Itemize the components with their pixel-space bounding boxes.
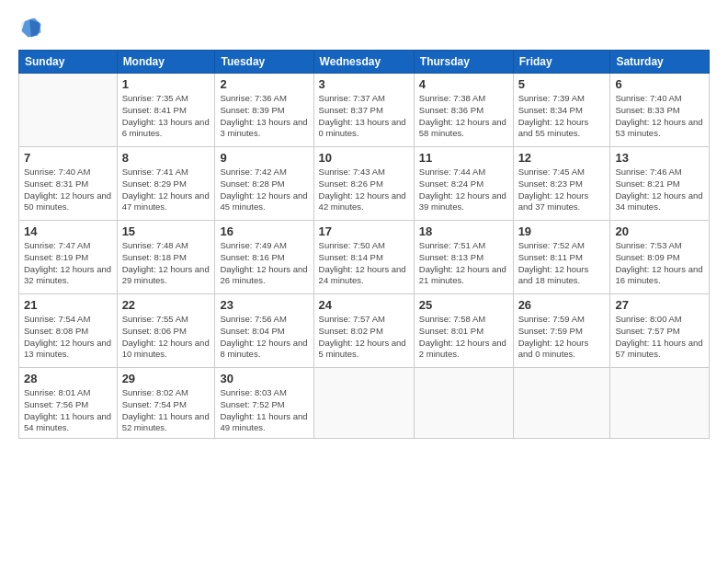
day-info: Sunrise: 7:54 AMSunset: 8:08 PMDaylight:… <box>24 314 112 361</box>
day-info: Sunrise: 8:01 AMSunset: 7:56 PMDaylight:… <box>24 387 112 434</box>
sunrise-text: Sunrise: 7:58 AM <box>419 314 485 324</box>
day-info: Sunrise: 7:56 AMSunset: 8:04 PMDaylight:… <box>220 314 308 361</box>
sunrise-text: Sunrise: 7:56 AM <box>220 314 286 324</box>
day-number: 14 <box>24 224 112 238</box>
daylight-text: Daylight: 12 hours and 39 minutes. <box>419 190 506 213</box>
day-info: Sunrise: 7:37 AMSunset: 8:37 PMDaylight:… <box>319 93 409 140</box>
day-info: Sunrise: 8:03 AMSunset: 7:52 PMDaylight:… <box>220 387 308 434</box>
weekday-header-thursday: Thursday <box>414 51 513 74</box>
day-info: Sunrise: 7:58 AMSunset: 8:01 PMDaylight:… <box>419 314 508 361</box>
sunrise-text: Sunrise: 7:37 AM <box>319 93 385 103</box>
daylight-text: Daylight: 12 hours and 26 minutes. <box>220 264 307 286</box>
sunset-text: Sunset: 8:37 PM <box>319 105 383 115</box>
day-info: Sunrise: 7:49 AMSunset: 8:16 PMDaylight:… <box>220 240 308 287</box>
sunrise-text: Sunrise: 8:00 AM <box>615 314 681 324</box>
daylight-text: Daylight: 12 hours and 42 minutes. <box>319 190 406 213</box>
sunset-text: Sunset: 8:01 PM <box>419 326 483 336</box>
day-number: 12 <box>518 151 606 165</box>
weekday-header-row: SundayMondayTuesdayWednesdayThursdayFrid… <box>19 51 710 74</box>
daylight-text: Daylight: 12 hours and 34 minutes. <box>615 190 702 213</box>
daylight-text: Daylight: 13 hours and 6 minutes. <box>122 117 210 139</box>
day-number: 2 <box>220 77 308 91</box>
sunset-text: Sunset: 8:11 PM <box>518 252 583 262</box>
sunset-text: Sunset: 8:26 PM <box>319 178 383 189</box>
weekday-header-wednesday: Wednesday <box>313 51 414 74</box>
day-number: 25 <box>419 298 508 312</box>
calendar-cell: 16Sunrise: 7:49 AMSunset: 8:16 PMDayligh… <box>215 221 313 294</box>
sunset-text: Sunset: 8:41 PM <box>122 105 187 115</box>
day-info: Sunrise: 7:57 AMSunset: 8:02 PMDaylight:… <box>319 314 409 361</box>
daylight-text: Daylight: 12 hours and 16 minutes. <box>615 264 702 286</box>
day-number: 7 <box>24 151 112 165</box>
daylight-text: Daylight: 13 hours and 3 minutes. <box>220 117 307 139</box>
day-info: Sunrise: 7:35 AMSunset: 8:41 PMDaylight:… <box>122 93 210 140</box>
weekday-header-monday: Monday <box>117 51 215 74</box>
day-info: Sunrise: 8:00 AMSunset: 7:57 PMDaylight:… <box>615 314 704 361</box>
sunset-text: Sunset: 8:31 PM <box>24 178 88 189</box>
daylight-text: Daylight: 12 hours and 5 minutes. <box>319 338 406 360</box>
calendar-cell: 14Sunrise: 7:47 AMSunset: 8:19 PMDayligh… <box>19 221 118 294</box>
calendar-cell <box>414 368 513 439</box>
daylight-text: Daylight: 12 hours and 58 minutes. <box>419 117 506 139</box>
calendar-cell: 23Sunrise: 7:56 AMSunset: 8:04 PMDayligh… <box>215 294 313 368</box>
day-number: 19 <box>518 224 606 238</box>
sunset-text: Sunset: 8:02 PM <box>319 326 383 336</box>
day-info: Sunrise: 7:59 AMSunset: 7:59 PMDaylight:… <box>518 314 606 361</box>
day-number: 24 <box>319 298 409 312</box>
weekday-header-friday: Friday <box>513 51 610 74</box>
day-number: 26 <box>518 298 606 312</box>
calendar-cell: 29Sunrise: 8:02 AMSunset: 7:54 PMDayligh… <box>117 368 215 439</box>
day-info: Sunrise: 7:42 AMSunset: 8:28 PMDaylight:… <box>220 167 308 213</box>
sunrise-text: Sunrise: 7:44 AM <box>419 167 485 177</box>
day-number: 27 <box>615 298 704 312</box>
sunset-text: Sunset: 8:14 PM <box>319 252 383 262</box>
calendar-cell: 25Sunrise: 7:58 AMSunset: 8:01 PMDayligh… <box>414 294 513 368</box>
day-info: Sunrise: 7:51 AMSunset: 8:13 PMDaylight:… <box>419 240 508 287</box>
calendar-cell <box>513 368 610 439</box>
daylight-text: Daylight: 12 hours and 24 minutes. <box>319 264 406 286</box>
day-number: 20 <box>615 224 704 238</box>
week-row-1: 1Sunrise: 7:35 AMSunset: 8:41 PMDaylight… <box>19 74 710 147</box>
calendar-cell: 1Sunrise: 7:35 AMSunset: 8:41 PMDaylight… <box>117 74 215 147</box>
sunset-text: Sunset: 8:09 PM <box>615 252 679 262</box>
calendar-table: SundayMondayTuesdayWednesdayThursdayFrid… <box>18 50 710 439</box>
calendar-cell: 20Sunrise: 7:53 AMSunset: 8:09 PMDayligh… <box>610 221 710 294</box>
day-info: Sunrise: 7:55 AMSunset: 8:06 PMDaylight:… <box>122 314 210 361</box>
sunrise-text: Sunrise: 7:38 AM <box>419 93 485 103</box>
weekday-header-sunday: Sunday <box>19 51 118 74</box>
calendar-cell: 13Sunrise: 7:46 AMSunset: 8:21 PMDayligh… <box>610 147 710 221</box>
calendar-cell: 7Sunrise: 7:40 AMSunset: 8:31 PMDaylight… <box>19 147 118 221</box>
sunrise-text: Sunrise: 8:01 AM <box>24 387 90 397</box>
day-info: Sunrise: 7:38 AMSunset: 8:36 PMDaylight:… <box>419 93 508 140</box>
day-number: 23 <box>220 298 308 312</box>
calendar-cell: 9Sunrise: 7:42 AMSunset: 8:28 PMDaylight… <box>215 147 313 221</box>
daylight-text: Daylight: 11 hours and 54 minutes. <box>24 411 111 433</box>
daylight-text: Daylight: 11 hours and 52 minutes. <box>122 411 210 433</box>
sunrise-text: Sunrise: 7:42 AM <box>220 167 286 177</box>
sunrise-text: Sunrise: 7:47 AM <box>24 240 90 250</box>
sunset-text: Sunset: 7:59 PM <box>518 326 583 336</box>
sunset-text: Sunset: 8:39 PM <box>220 105 284 115</box>
daylight-text: Daylight: 12 hours and 29 minutes. <box>122 264 210 286</box>
calendar-cell: 12Sunrise: 7:45 AMSunset: 8:23 PMDayligh… <box>513 147 610 221</box>
calendar-cell: 3Sunrise: 7:37 AMSunset: 8:37 PMDaylight… <box>313 74 414 147</box>
calendar-cell: 22Sunrise: 7:55 AMSunset: 8:06 PMDayligh… <box>117 294 215 368</box>
day-number: 3 <box>319 77 409 91</box>
sunset-text: Sunset: 8:28 PM <box>220 178 284 189</box>
sunset-text: Sunset: 8:34 PM <box>518 105 583 115</box>
sunset-text: Sunset: 7:56 PM <box>24 399 88 409</box>
daylight-text: Daylight: 12 hours and 47 minutes. <box>122 190 210 213</box>
day-number: 30 <box>220 372 308 385</box>
daylight-text: Daylight: 12 hours and 32 minutes. <box>24 264 111 286</box>
sunset-text: Sunset: 7:57 PM <box>615 326 679 336</box>
sunrise-text: Sunrise: 7:39 AM <box>518 93 585 103</box>
calendar-cell: 18Sunrise: 7:51 AMSunset: 8:13 PMDayligh… <box>414 221 513 294</box>
daylight-text: Daylight: 11 hours and 49 minutes. <box>220 411 307 433</box>
weekday-header-saturday: Saturday <box>610 51 710 74</box>
calendar-cell: 27Sunrise: 8:00 AMSunset: 7:57 PMDayligh… <box>610 294 710 368</box>
sunrise-text: Sunrise: 7:53 AM <box>615 240 681 250</box>
daylight-text: Daylight: 12 hours and 8 minutes. <box>220 338 307 360</box>
daylight-text: Daylight: 12 hours and 0 minutes. <box>518 338 589 360</box>
day-info: Sunrise: 7:52 AMSunset: 8:11 PMDaylight:… <box>518 240 606 287</box>
daylight-text: Daylight: 12 hours and 53 minutes. <box>615 117 702 139</box>
